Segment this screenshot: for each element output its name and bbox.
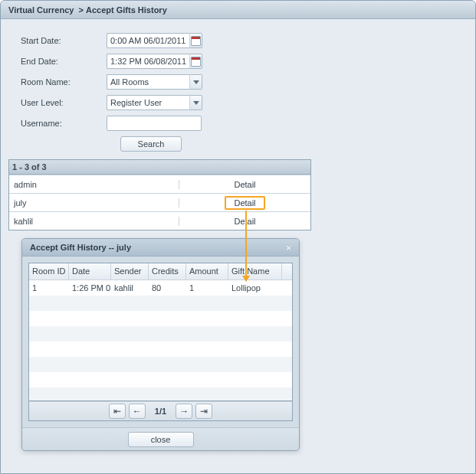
col-room-id[interactable]: Room ID — [29, 263, 69, 279]
user-cell: admin — [9, 180, 179, 189]
table-row: 1 1:26 PM 0 kahlil 80 1 Lollipop — [29, 280, 292, 296]
cell-sender: kahlil — [111, 283, 149, 293]
cell-gift-name: Lollipop — [228, 283, 282, 293]
start-date-label: Start Date: — [7, 36, 107, 45]
col-date[interactable]: Date — [69, 263, 111, 279]
user-cell: kahlil — [9, 217, 179, 226]
col-credits[interactable]: Credits — [149, 263, 186, 279]
room-name-combo[interactable] — [107, 74, 189, 90]
col-amount[interactable]: Amount — [186, 263, 228, 279]
summary-header: 1 - 3 of 3 — [9, 160, 310, 175]
page-indicator: 1/1 — [155, 407, 166, 416]
close-button[interactable]: close — [128, 432, 194, 447]
user-level-combo[interactable] — [107, 95, 189, 110]
grid-header: Room ID Date Sender Credits Amount Gift … — [29, 263, 292, 280]
user-level-trigger[interactable] — [189, 95, 202, 110]
col-sender[interactable]: Sender — [111, 263, 149, 279]
breadcrumb-root: Virtual Currency — [8, 5, 74, 15]
start-date-input[interactable] — [107, 33, 189, 48]
panel-root: Virtual Currency > Accept Gifts History … — [0, 0, 476, 474]
table-row — [29, 387, 292, 401]
end-date-input[interactable] — [107, 54, 189, 69]
panel-body: Start Date: End Date: Room Name: — [1, 19, 475, 237]
breadcrumb-sep: > — [79, 5, 84, 15]
username-input[interactable] — [107, 116, 202, 131]
col-gift-name[interactable]: Gift Name — [228, 263, 282, 279]
end-date-label: End Date: — [7, 57, 107, 66]
pager-toolbar: ⇤ ← 1/1 → ⇥ — [28, 401, 293, 421]
popup-footer: close — [22, 427, 299, 450]
detail-popup: Accept Gift History -- july × Room ID Da… — [21, 238, 300, 451]
table-row: admin Detail — [9, 175, 310, 193]
detail-link[interactable]: Detail — [234, 180, 255, 189]
page-last-button[interactable]: ⇥ — [195, 404, 212, 419]
table-row — [29, 296, 292, 311]
page-next-button[interactable]: → — [176, 404, 192, 419]
chevron-down-icon — [193, 80, 199, 84]
table-row: july Detail — [9, 193, 310, 211]
table-row — [29, 357, 292, 372]
breadcrumb-current: Accept Gifts History — [86, 5, 167, 15]
table-row — [29, 326, 292, 342]
start-date-trigger[interactable] — [189, 33, 202, 48]
breadcrumb: Virtual Currency > Accept Gifts History — [1, 1, 475, 19]
table-row — [29, 342, 292, 357]
detail-link-highlighted[interactable]: Detail — [225, 196, 264, 210]
username-label: Username: — [7, 119, 107, 128]
user-cell: july — [9, 198, 179, 208]
grid-body: 1 1:26 PM 0 kahlil 80 1 Lollipop — [29, 280, 292, 401]
room-name-trigger[interactable] — [189, 74, 202, 90]
table-row — [29, 372, 292, 387]
cell-date: 1:26 PM 0 — [69, 283, 111, 293]
page-first-button[interactable]: ⇤ — [109, 404, 126, 419]
detail-grid: Room ID Date Sender Credits Amount Gift … — [28, 263, 293, 401]
summary-table: 1 - 3 of 3 admin Detail july Detail kahl… — [8, 159, 311, 230]
popup-title: Accept Gift History -- july — [30, 243, 131, 252]
search-button[interactable]: Search — [120, 136, 182, 152]
cell-credits: 80 — [149, 283, 186, 293]
end-date-trigger[interactable] — [189, 54, 202, 69]
col-spacer — [282, 263, 292, 279]
cell-room-id: 1 — [29, 283, 69, 293]
user-level-label: User Level: — [7, 98, 107, 107]
page-prev-button[interactable]: ← — [129, 404, 146, 419]
room-name-label: Room Name: — [7, 77, 107, 87]
table-row: kahlil Detail — [9, 211, 310, 230]
cell-amount: 1 — [186, 283, 228, 293]
chevron-down-icon — [193, 101, 199, 105]
calendar-icon — [191, 57, 201, 67]
close-icon[interactable]: × — [283, 242, 294, 253]
popup-header: Accept Gift History -- july × — [22, 239, 299, 257]
detail-link[interactable]: Detail — [234, 217, 255, 226]
table-row — [29, 311, 292, 326]
calendar-icon — [191, 36, 201, 46]
